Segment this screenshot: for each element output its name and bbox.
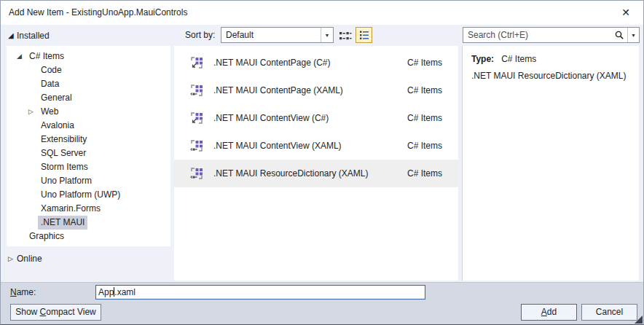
nav-installed[interactable]: ◢ Installed xyxy=(7,28,170,43)
template-list-item-net-maui-contentpage-xaml[interactable]: .NET MAUI ContentPage (XAML) C# Items xyxy=(174,77,458,104)
tree-item-label: .NET MAUI xyxy=(38,216,87,230)
tree-item-label: Extensibility xyxy=(38,133,90,146)
maui-xaml-file-icon xyxy=(190,84,203,97)
name-value-after-caret: .xaml xyxy=(114,287,136,297)
resize-grip-icon[interactable] xyxy=(635,316,643,324)
template-category: C# Items xyxy=(407,85,442,95)
tree-item-label: Avalonia xyxy=(38,119,77,133)
maui-xaml-file-icon xyxy=(190,139,203,152)
xaml-template-icon xyxy=(190,139,203,152)
expanded-arrow-icon[interactable]: ◢ xyxy=(17,50,26,63)
detail-type-value: C# Items xyxy=(501,54,536,64)
maui-csharp-file-icon xyxy=(190,111,203,125)
tree-item-label: Uno Platform xyxy=(38,174,95,188)
detail-type-line: Type: C# Items xyxy=(471,54,633,64)
tree-item-code[interactable]: Code xyxy=(7,63,170,77)
small-icons-view-button[interactable] xyxy=(337,28,353,43)
tree-item-label: Web xyxy=(38,105,61,119)
xaml-template-icon xyxy=(190,167,203,180)
tree-item-xamarin-forms[interactable]: Xamarin.Forms xyxy=(7,202,170,216)
footer-bar: Name: App.xaml Show Compact View Add Can… xyxy=(1,282,643,325)
collapsed-arrow-icon[interactable]: ▷ xyxy=(28,105,38,119)
close-icon[interactable]: ✕ xyxy=(619,1,633,25)
small-icons-icon xyxy=(339,29,352,42)
cancel-button[interactable]: Cancel xyxy=(581,304,637,321)
search-icon[interactable] xyxy=(611,28,627,42)
template-category: C# Items xyxy=(407,141,442,151)
detail-description: .NET MAUI ResourceDictionary (XAML) xyxy=(471,71,633,82)
maui-csharp-file-icon xyxy=(190,56,203,69)
tree-item-label: Storm Items xyxy=(38,160,91,174)
tree-item-uno-platform[interactable]: Uno Platform xyxy=(7,174,170,188)
template-list-item-net-maui-contentview-xaml[interactable]: .NET MAUI ContentView (XAML) C# Items xyxy=(174,132,458,160)
csharp-template-icon xyxy=(190,111,203,125)
tree-item-data[interactable]: Data xyxy=(7,77,170,91)
tree-item-uno-platform-uwp[interactable]: Uno Platform (UWP) xyxy=(7,188,170,202)
template-name: .NET MAUI ContentPage (XAML) xyxy=(213,85,407,95)
csharp-template-icon xyxy=(190,56,203,69)
tree-item-label: Xamarin.Forms xyxy=(38,202,103,216)
tree-item-avalonia[interactable]: Avalonia xyxy=(7,119,170,133)
nav-installed-label: Installed xyxy=(17,28,50,43)
tree-item-general[interactable]: General xyxy=(7,91,170,105)
tree-item-extensibility[interactable]: Extensibility xyxy=(7,133,170,146)
detail-panel: Type: C# Items .NET MAUI ResourceDiction… xyxy=(462,46,639,281)
tree-item-net-maui[interactable]: .NET MAUI xyxy=(7,216,170,230)
sort-by-label: Sort by: xyxy=(185,27,215,43)
name-value-before-caret: App xyxy=(98,287,114,297)
name-input[interactable]: App.xaml xyxy=(95,285,425,299)
template-name: .NET MAUI ContentPage (C#) xyxy=(213,58,407,68)
search-input[interactable] xyxy=(463,28,611,42)
tree-item-storm-items[interactable]: Storm Items xyxy=(7,160,170,174)
nav-online-label: Online xyxy=(17,251,42,266)
tree-item-label: C# Items xyxy=(26,50,67,63)
tree-item-label: SQL Server xyxy=(38,146,89,160)
expanded-arrow-icon[interactable]: ◢ xyxy=(7,28,17,43)
list-view-icon xyxy=(358,28,371,42)
template-list-item-net-maui-contentpage-c[interactable]: .NET MAUI ContentPage (C#) C# Items xyxy=(174,49,458,77)
sort-by-value: Default xyxy=(221,28,321,42)
template-list-item-net-maui-resourcedictionary-xaml[interactable]: .NET MAUI ResourceDictionary (XAML) C# I… xyxy=(174,160,458,187)
title-bar: Add New Item - ExistingUnoApp.MauiContro… xyxy=(1,1,643,25)
detail-type-label: Type: xyxy=(471,54,494,64)
search-box: ▼ xyxy=(463,27,640,43)
tree-item-label: Graphics xyxy=(26,230,67,243)
tree-item-label: General xyxy=(38,91,75,105)
tree-item-label: Data xyxy=(38,77,62,91)
template-category: C# Items xyxy=(407,168,442,179)
tree-item-sql-server[interactable]: SQL Server xyxy=(7,146,170,160)
template-list: .NET MAUI ContentPage (C#) C# Items .NET… xyxy=(174,46,458,281)
template-category: C# Items xyxy=(407,113,442,123)
template-name: .NET MAUI ContentView (XAML) xyxy=(213,141,407,151)
window-title: Add New Item - ExistingUnoApp.MauiContro… xyxy=(9,1,187,25)
maui-xaml-file-icon xyxy=(190,167,203,180)
chevron-down-icon: ▼ xyxy=(321,28,333,42)
template-name: .NET MAUI ContentView (C#) xyxy=(213,113,407,123)
name-label: Name: xyxy=(10,286,36,299)
tree-item-web[interactable]: ▷ Web xyxy=(7,105,170,119)
template-name: .NET MAUI ResourceDictionary (XAML) xyxy=(213,168,407,179)
tree-item-c-items[interactable]: ◢ C# Items xyxy=(7,50,170,63)
search-dropdown-icon[interactable]: ▼ xyxy=(628,28,639,42)
tree-item-label: Code xyxy=(38,63,65,77)
add-button[interactable]: Add xyxy=(521,304,577,321)
tree-item-graphics[interactable]: Graphics xyxy=(7,230,170,243)
sort-by-dropdown[interactable]: Default ▼ xyxy=(221,27,334,43)
show-compact-view-button[interactable]: Show Compact View xyxy=(10,304,101,321)
collapsed-arrow-icon[interactable]: ▷ xyxy=(7,251,17,266)
template-list-item-net-maui-contentview-c[interactable]: .NET MAUI ContentView (C#) C# Items xyxy=(174,104,458,132)
add-new-item-dialog: Add New Item - ExistingUnoApp.MauiContro… xyxy=(0,0,644,325)
xaml-template-icon xyxy=(190,84,203,97)
tree-item-label: Uno Platform (UWP) xyxy=(38,188,123,202)
nav-online[interactable]: ▷ Online xyxy=(7,251,170,266)
category-tree: ◢ C# Items Code Data General ▷ Web Avalo… xyxy=(7,46,170,246)
template-category: C# Items xyxy=(407,58,442,68)
list-view-button[interactable] xyxy=(356,27,372,43)
